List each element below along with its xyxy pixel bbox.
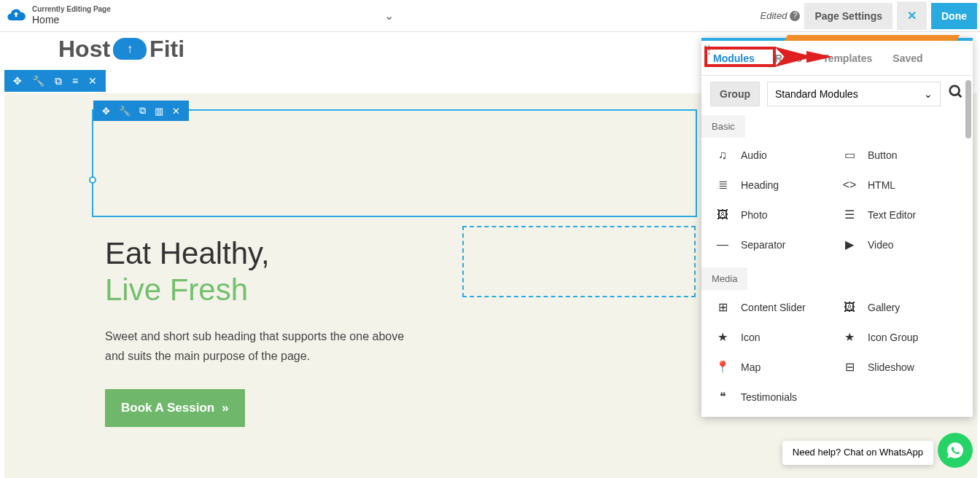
music-icon: ♫ bbox=[715, 149, 731, 162]
list-icon[interactable]: ≡ bbox=[72, 75, 78, 87]
site-logo: HostFiti bbox=[58, 36, 184, 63]
top-bar: Currently Editing Page Home ⌄ Edited? Pa… bbox=[0, 0, 980, 32]
column-outline[interactable]: ✥ 🔧 ⧉ ▥ ✕ bbox=[92, 109, 697, 217]
chevron-down-icon: ⌄ bbox=[924, 88, 933, 100]
module-icon-group[interactable]: ★Icon Group bbox=[841, 330, 960, 344]
module-content-slider[interactable]: ⊞Content Slider bbox=[715, 300, 833, 314]
module-map[interactable]: 📍Map bbox=[715, 360, 833, 374]
module-heading[interactable]: ≣Heading bbox=[715, 178, 833, 192]
module-audio[interactable]: ♫Audio bbox=[715, 148, 833, 162]
quote-icon: ❝ bbox=[715, 390, 731, 404]
drop-zone[interactable] bbox=[462, 226, 696, 297]
text-icon: ☰ bbox=[841, 208, 858, 222]
group-button[interactable]: Group bbox=[710, 82, 760, 106]
logo-cloud-icon bbox=[113, 38, 147, 60]
hero-subtitle: Sweet and short sub heading that support… bbox=[105, 326, 426, 366]
separator-icon: — bbox=[715, 238, 731, 251]
close-button[interactable]: ✕ bbox=[897, 1, 927, 30]
category-basic: Basic bbox=[701, 115, 745, 138]
button-icon: ▭ bbox=[841, 148, 858, 162]
module-slideshow[interactable]: ⊟Slideshow bbox=[841, 360, 960, 374]
row-toolbar[interactable]: ✥ 🔧 ⧉ ≡ ✕ bbox=[4, 70, 106, 92]
photo-icon: 🖼 bbox=[715, 208, 731, 222]
cloud-upload-icon bbox=[6, 5, 26, 26]
scrollbar[interactable] bbox=[965, 80, 971, 138]
resize-handle[interactable] bbox=[89, 176, 96, 184]
editing-label: Currently Editing Page bbox=[32, 5, 111, 14]
module-video[interactable]: ▶Video bbox=[841, 238, 960, 251]
heading-icon: ≣ bbox=[715, 178, 731, 192]
svg-line-1 bbox=[958, 94, 962, 98]
svg-marker-4 bbox=[806, 51, 833, 63]
module-icon[interactable]: ★Icon bbox=[715, 330, 833, 344]
page-selector[interactable]: Currently Editing Page Home ⌄ bbox=[6, 5, 394, 26]
slideshow-icon: ⊟ bbox=[841, 360, 858, 374]
module-type-dropdown[interactable]: Standard Modules⌄ bbox=[767, 82, 941, 106]
module-separator[interactable]: —Separator bbox=[715, 238, 833, 251]
svg-rect-2 bbox=[706, 48, 774, 66]
module-button[interactable]: ▭Button bbox=[841, 148, 960, 162]
page-settings-button[interactable]: Page Settings bbox=[804, 3, 892, 29]
code-icon: <> bbox=[841, 179, 858, 192]
arrow-right-icon: » bbox=[222, 401, 228, 415]
hero-title-line2: Live Fresh bbox=[105, 273, 426, 307]
module-texteditor[interactable]: ☰Text Editor bbox=[841, 208, 960, 222]
star-icon: ★ bbox=[841, 330, 858, 344]
done-button[interactable]: Done bbox=[931, 3, 977, 29]
category-media: Media bbox=[701, 267, 747, 290]
columns-icon[interactable]: ▥ bbox=[155, 106, 163, 117]
remove-icon[interactable]: ✕ bbox=[172, 106, 180, 117]
tab-saved[interactable]: Saved bbox=[892, 52, 922, 64]
annotation-arrow bbox=[704, 45, 836, 74]
pin-icon: 📍 bbox=[715, 360, 731, 374]
whatsapp-icon bbox=[946, 441, 965, 460]
svg-point-0 bbox=[950, 86, 960, 95]
module-html[interactable]: <>HTML bbox=[841, 178, 960, 192]
chevron-down-icon[interactable]: ⌄ bbox=[384, 9, 394, 23]
hero-title-line1: Eat Healthy, bbox=[105, 236, 426, 271]
help-icon[interactable]: ? bbox=[790, 11, 800, 21]
move-icon[interactable]: ✥ bbox=[13, 75, 22, 87]
wrench-icon[interactable]: 🔧 bbox=[119, 106, 131, 117]
whatsapp-tooltip: Need help? Chat on WhatsApp bbox=[782, 441, 933, 465]
book-session-button[interactable]: Book A Session» bbox=[105, 389, 245, 427]
duplicate-icon[interactable]: ⧉ bbox=[139, 105, 146, 117]
modules-panel: Modules Rows Templates Saved Group Stand… bbox=[701, 38, 973, 417]
hero-content: Eat Healthy, Live Fresh Sweet and short … bbox=[105, 236, 426, 427]
module-gallery[interactable]: 🖼Gallery bbox=[841, 300, 960, 314]
gallery-icon: 🖼 bbox=[841, 301, 858, 314]
page-name: Home bbox=[32, 14, 111, 26]
video-icon: ▶ bbox=[841, 238, 858, 251]
remove-icon[interactable]: ✕ bbox=[88, 75, 97, 87]
slider-icon: ⊞ bbox=[715, 300, 731, 314]
whatsapp-button[interactable] bbox=[938, 433, 973, 468]
move-icon[interactable]: ✥ bbox=[102, 106, 110, 117]
column-toolbar[interactable]: ✥ 🔧 ⧉ ▥ ✕ bbox=[93, 101, 189, 121]
star-icon: ★ bbox=[715, 330, 731, 344]
module-photo[interactable]: 🖼Photo bbox=[715, 208, 833, 222]
search-icon[interactable] bbox=[948, 84, 964, 104]
wrench-icon[interactable]: 🔧 bbox=[32, 75, 44, 87]
module-testimonials[interactable]: ❝Testimonials bbox=[715, 390, 833, 404]
edited-indicator: Edited? bbox=[761, 10, 801, 21]
panel-accent bbox=[785, 35, 960, 41]
duplicate-icon[interactable]: ⧉ bbox=[55, 75, 62, 87]
